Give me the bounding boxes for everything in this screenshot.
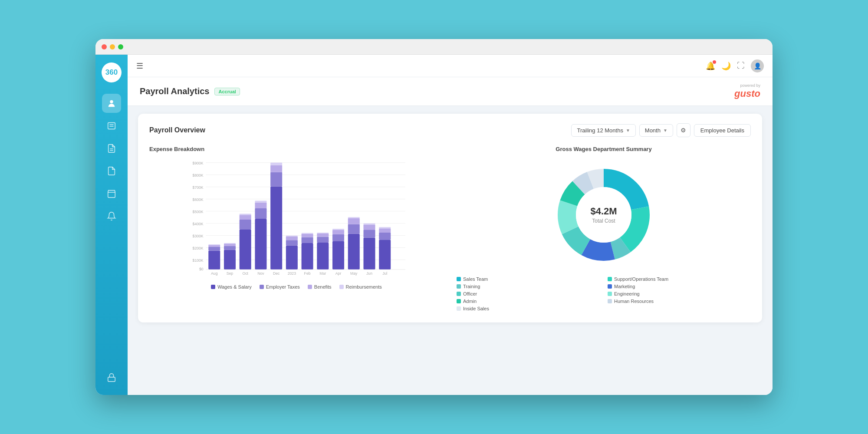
svg-rect-60 — [302, 233, 313, 234]
filter-icon-button[interactable]: ⚙ — [677, 123, 690, 137]
sidebar-item-documents[interactable] — [102, 161, 121, 181]
minimize-dot — [110, 44, 115, 49]
expense-breakdown-title: Expense Breakdown — [149, 146, 444, 152]
svg-rect-43 — [255, 208, 266, 219]
sidebar-item-lock[interactable] — [102, 368, 121, 387]
svg-rect-35 — [224, 243, 236, 244]
card-title: Payroll Overview — [149, 126, 205, 134]
trailing-months-dropdown[interactable]: Trailing 12 Months ▼ — [571, 124, 635, 137]
notification-badge — [713, 60, 716, 64]
taxes-color — [260, 285, 264, 289]
avatar[interactable]: 👤 — [751, 59, 764, 72]
svg-rect-53 — [286, 240, 298, 246]
sidebar-item-alerts[interactable] — [102, 207, 121, 226]
menu-icon[interactable]: ☰ — [136, 61, 143, 71]
browser-frame: 360 — [95, 39, 773, 395]
svg-rect-59 — [302, 234, 313, 237]
top-bar: ☰ 🔔 🌙 ⛶ 👤 — [128, 55, 773, 77]
svg-text:$800K: $800K — [193, 173, 204, 178]
svg-rect-48 — [270, 172, 282, 187]
donut-label: Total Cost — [590, 218, 617, 224]
wages-color — [211, 285, 215, 289]
donut-legend: Sales Team Support/Operations Team Train… — [457, 276, 751, 311]
svg-rect-70 — [332, 229, 344, 230]
svg-text:$900K: $900K — [193, 161, 204, 165]
svg-text:Apr: Apr — [335, 271, 342, 276]
svg-text:Dec: Dec — [273, 271, 280, 276]
sidebar-item-dashboard[interactable] — [102, 94, 121, 113]
marketing-color — [608, 284, 612, 289]
svg-rect-85 — [379, 227, 391, 228]
svg-rect-74 — [348, 218, 360, 224]
bar-chart-legend: Wages & Salary Employer Taxes Benefits — [149, 284, 444, 289]
svg-rect-27 — [208, 250, 220, 269]
svg-rect-82 — [379, 240, 391, 270]
svg-text:$700K: $700K — [193, 185, 204, 190]
svg-text:$100K: $100K — [193, 258, 204, 263]
card-controls: Trailing 12 Months ▼ Month ▼ ⚙ Employee … — [571, 123, 751, 137]
svg-text:$0: $0 — [199, 267, 204, 271]
svg-rect-57 — [302, 243, 313, 270]
sidebar-item-reports[interactable] — [102, 139, 121, 158]
employee-details-button[interactable]: Employee Details — [694, 124, 751, 137]
training-color — [457, 284, 461, 289]
sidebar-item-store[interactable] — [102, 184, 121, 203]
app-logo: 360 — [102, 62, 122, 82]
svg-rect-84 — [379, 228, 391, 233]
legend-reimbursements: Reimbursements — [339, 284, 382, 289]
svg-text:2023: 2023 — [288, 271, 296, 276]
legend-human-resources: Human Resources — [608, 299, 751, 304]
expand-icon[interactable]: ⛶ — [737, 61, 745, 70]
hr-color — [608, 299, 612, 303]
legend-officer: Officer — [457, 291, 600, 296]
bar-chart-area: $900K $800K $700K $600K $500K $400K $300… — [149, 158, 444, 280]
payroll-overview-card: Payroll Overview Trailing 12 Months ▼ Mo… — [138, 114, 762, 322]
donut-total: $4.2M — [590, 206, 617, 217]
svg-rect-79 — [363, 225, 375, 230]
close-dot — [102, 44, 107, 49]
svg-rect-80 — [363, 224, 375, 225]
donut-title: Gross Wages Department Summary — [556, 146, 651, 152]
svg-rect-75 — [348, 217, 360, 218]
svg-rect-58 — [302, 237, 313, 243]
main-area: ☰ 🔔 🌙 ⛶ 👤 Payroll Analytics Accrual — [128, 55, 773, 395]
svg-rect-52 — [286, 246, 298, 270]
svg-text:$300K: $300K — [193, 234, 204, 238]
svg-rect-55 — [286, 236, 298, 237]
page-title-row: Payroll Analytics Accrual — [140, 86, 240, 96]
legend-sales-team: Sales Team — [457, 276, 600, 282]
sidebar: 360 — [95, 55, 128, 395]
svg-rect-33 — [224, 246, 236, 250]
legend-inside-sales: Inside Sales — [457, 306, 600, 311]
month-dropdown[interactable]: Month ▼ — [639, 124, 673, 137]
legend-benefits: Benefits — [308, 284, 332, 289]
svg-rect-54 — [286, 237, 298, 240]
svg-text:Nov: Nov — [257, 271, 264, 276]
officer-color — [457, 292, 461, 296]
svg-text:Oct: Oct — [242, 271, 248, 276]
chevron-down-icon: ▼ — [626, 128, 630, 133]
legend-wages: Wages & Salary — [211, 284, 251, 289]
accrual-badge: Accrual — [214, 88, 240, 95]
legend-training: Training — [457, 284, 600, 289]
gusto-logo: powered by gusto — [734, 83, 760, 99]
svg-rect-83 — [379, 233, 391, 240]
svg-text:$500K: $500K — [193, 210, 204, 214]
svg-rect-65 — [317, 233, 329, 233]
svg-rect-6 — [108, 377, 115, 381]
page-title: Payroll Analytics — [140, 86, 209, 96]
svg-rect-1 — [108, 123, 115, 129]
bell-icon[interactable]: 🔔 — [706, 61, 715, 71]
sidebar-item-payroll[interactable] — [102, 116, 121, 135]
donut-center: $4.2M Total Cost — [590, 206, 617, 224]
svg-rect-69 — [332, 230, 344, 234]
chevron-down-icon: ▼ — [663, 128, 667, 133]
moon-icon[interactable]: 🌙 — [721, 61, 731, 71]
svg-rect-32 — [224, 250, 236, 269]
svg-rect-77 — [363, 237, 375, 269]
svg-rect-45 — [255, 201, 266, 203]
svg-rect-78 — [363, 230, 375, 237]
donut-chart: $4.2M Total Cost — [552, 163, 656, 267]
svg-point-0 — [110, 100, 113, 103]
svg-text:Jun: Jun — [366, 271, 372, 276]
